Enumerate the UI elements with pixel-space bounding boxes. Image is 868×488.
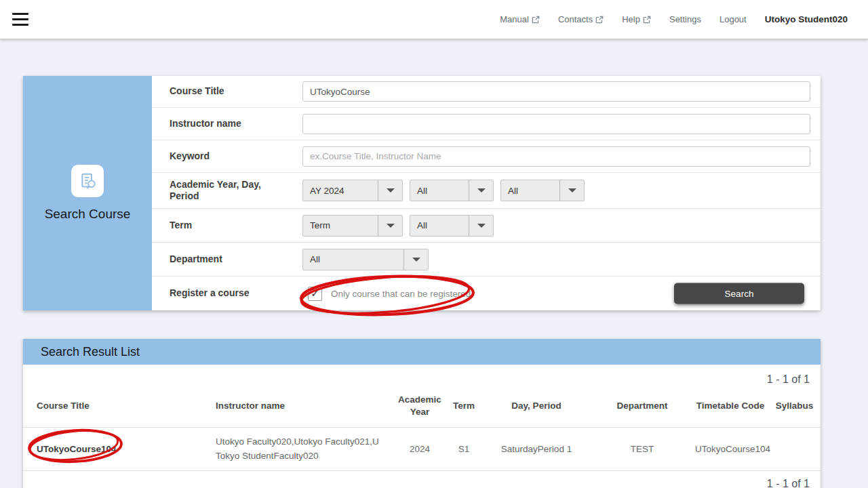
result-count-top: 1 - 1 of 1: [23, 365, 821, 388]
chevron-down-icon: [559, 180, 584, 201]
term-label: Term: [152, 220, 302, 232]
keyword-label: Keyword: [152, 150, 302, 163]
day-select[interactable]: All: [410, 180, 494, 201]
chevron-down-icon: [378, 216, 402, 236]
external-link-icon: [643, 16, 651, 24]
cell-department: TEST: [592, 428, 692, 471]
col-department: Department: [592, 388, 692, 428]
period-select[interactable]: All: [500, 180, 585, 201]
search-course-sidebar: Search Course: [23, 76, 152, 310]
academic-year-day-period-label: Academic Year, Day, Period: [152, 179, 302, 203]
nav-settings[interactable]: Settings: [669, 14, 701, 24]
nav-contacts-label: Contacts: [558, 14, 593, 24]
result-count-bottom: 1 - 1 of 1: [23, 471, 821, 488]
cell-syllabus: [768, 428, 821, 471]
register-a-course-label: Register a course: [152, 287, 302, 300]
col-instructor: Instructor name: [213, 388, 393, 428]
cell-course-title[interactable]: UTokyoCourse104: [23, 428, 213, 471]
result-table: Course Title Instructor name Academic Ye…: [23, 388, 821, 471]
col-academic-year: Academic Year: [393, 388, 447, 428]
only-registerable-checkbox[interactable]: ✓: [308, 287, 322, 301]
keyword-input[interactable]: [302, 146, 810, 167]
nav-manual-label: Manual: [500, 14, 529, 24]
result-list-title: Search Result List: [23, 339, 821, 365]
instructor-name-input[interactable]: [302, 114, 810, 134]
department-select[interactable]: All: [302, 249, 429, 270]
external-link-icon: [595, 16, 604, 24]
nav-contacts[interactable]: Contacts: [558, 14, 604, 24]
search-button[interactable]: Search: [674, 283, 804, 304]
col-syllabus: Syllabus: [768, 388, 821, 428]
nav-settings-label: Settings: [669, 14, 701, 24]
nav-logout[interactable]: Logout: [719, 14, 747, 24]
search-result-panel: Search Result List 1 - 1 of 1 Course Tit…: [23, 339, 821, 488]
instructor-name-label: Instructor name: [152, 118, 302, 130]
external-link-icon: [532, 16, 540, 24]
academic-year-select[interactable]: AY 2024: [302, 180, 403, 201]
term-type-select[interactable]: Term: [302, 215, 403, 237]
chevron-down-icon: [469, 180, 493, 201]
nav-logout-label: Logout: [719, 14, 747, 24]
search-form: Course Title Instructor name Keyword Aca…: [152, 76, 821, 310]
logged-in-user: Utokyo Student020: [765, 14, 848, 24]
result-table-header-row: Course Title Instructor name Academic Ye…: [23, 388, 821, 428]
term-value-select[interactable]: All: [410, 215, 494, 237]
nav-help-label: Help: [622, 14, 640, 24]
department-label: Department: [152, 253, 302, 266]
only-registerable-label: Only course that can be registered.: [331, 289, 473, 299]
cell-day-period: SaturdayPeriod 1: [481, 428, 592, 471]
top-bar: Manual Contacts Help Settings Logout Uto…: [0, 0, 868, 39]
chevron-down-icon: [469, 216, 493, 236]
col-day-period: Day, Period: [481, 388, 592, 428]
cell-timetable-code: UTokyoCourse104: [692, 428, 768, 471]
search-course-panel: Search Course Course Title Instructor na…: [23, 76, 821, 310]
hamburger-menu-icon[interactable]: [12, 13, 30, 26]
cell-instructor: Utokyo Faculty020,Utokyo Faculty021,UTok…: [213, 428, 393, 471]
chevron-down-icon: [378, 180, 402, 201]
course-title-label: Course Title: [152, 85, 302, 98]
panel-title: Search Course: [45, 207, 131, 222]
course-title-input[interactable]: [302, 81, 810, 102]
top-nav: Manual Contacts Help Settings Logout Uto…: [481, 14, 848, 24]
col-term: Term: [447, 388, 481, 428]
checkmark-icon: ✓: [311, 287, 319, 300]
nav-manual[interactable]: Manual: [500, 14, 540, 24]
cell-term: S1: [447, 428, 481, 471]
chevron-down-icon: [403, 249, 428, 270]
col-course-title: Course Title: [23, 388, 213, 428]
cell-academic-year: 2024: [393, 428, 447, 471]
result-row[interactable]: UTokyoCourse104 Utokyo Faculty020,Utokyo…: [23, 428, 821, 471]
col-timetable-code: Timetable Code: [692, 388, 768, 428]
course-search-icon: [71, 165, 104, 197]
nav-help[interactable]: Help: [622, 14, 651, 24]
